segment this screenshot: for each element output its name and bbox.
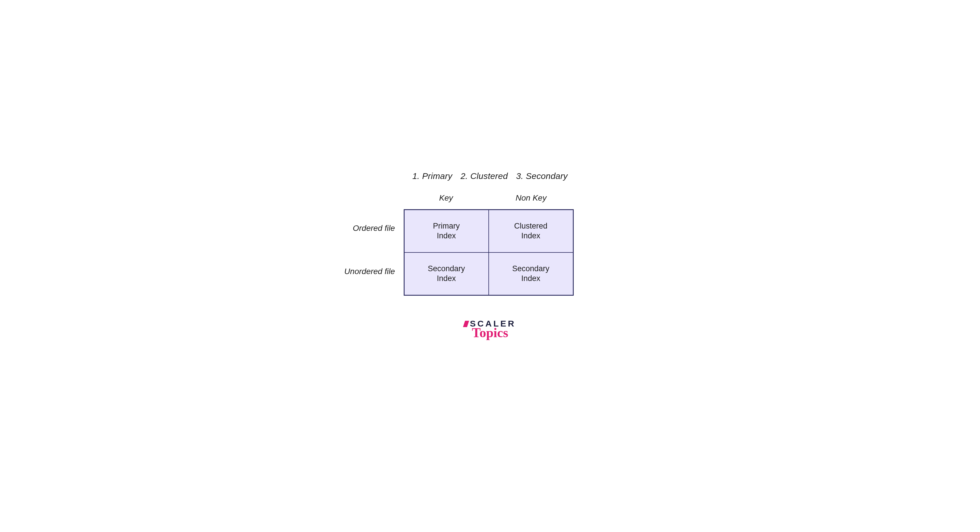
cell-secondary-index-nonkey: Secondary Index <box>489 252 573 295</box>
logo-topics-text: Topics <box>274 325 706 340</box>
cell-text: Secondary <box>512 264 549 274</box>
cell-clustered-index: Clustered Index <box>489 210 573 252</box>
cell-text: Index <box>437 274 456 284</box>
cell-text: Index <box>437 231 456 241</box>
cell-text: Secondary <box>428 264 465 274</box>
cell-text: Index <box>521 231 540 241</box>
row-label-unordered: Unordered file <box>329 267 395 276</box>
grid-row-unordered: Secondary Index Secondary Index <box>404 252 573 295</box>
grid-row-ordered: Primary Index Clustered Index <box>404 210 573 252</box>
row-label-ordered: Ordered file <box>334 224 395 233</box>
column-header-nonkey: Non Key <box>489 193 574 202</box>
scaler-topics-logo: SCALER Topics <box>274 319 706 340</box>
cell-text: Index <box>521 274 540 284</box>
cell-text: Primary <box>433 221 460 231</box>
title-item-2: 2. Clustered <box>460 171 508 181</box>
index-grid: Primary Index Clustered Index Secondary … <box>404 209 574 296</box>
logo-bar-icon <box>463 321 469 327</box>
cell-text: Clustered <box>514 221 547 231</box>
title-item-3: 3. Secondary <box>516 171 568 181</box>
column-header-key: Key <box>404 193 489 202</box>
title-line: 1. Primary 2. Clustered 3. Secondary <box>274 171 706 181</box>
cell-secondary-index-key: Secondary Index <box>404 252 489 295</box>
diagram-frame: 1. Primary 2. Clustered 3. Secondary Key… <box>274 149 706 383</box>
column-headers: Key Non Key <box>404 193 574 202</box>
cell-primary-index: Primary Index <box>404 210 489 252</box>
title-item-1: 1. Primary <box>412 171 452 181</box>
